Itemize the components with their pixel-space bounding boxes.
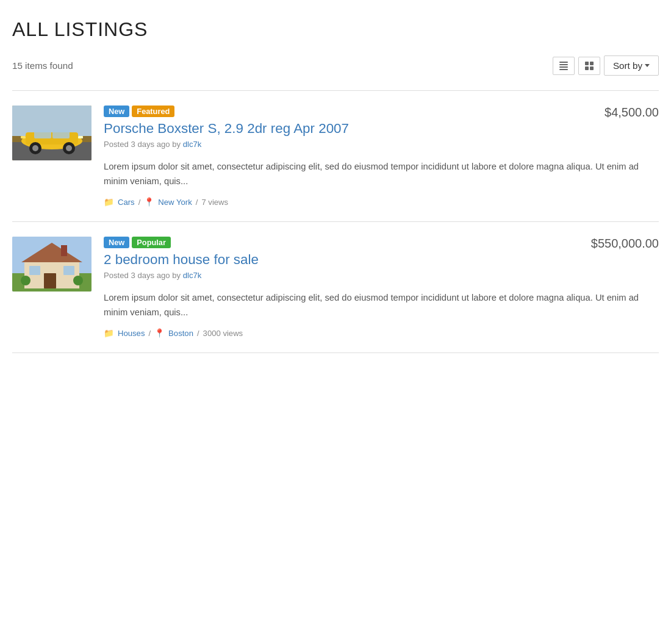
svg-point-11 xyxy=(66,145,72,151)
svg-rect-2 xyxy=(12,106,92,136)
listing-meta: Posted 3 days ago by dlc7k xyxy=(104,271,579,280)
listing-title[interactable]: 2 bedroom house for sale xyxy=(104,251,579,268)
list-view-button[interactable] xyxy=(553,57,575,75)
listing-category-link[interactable]: Cars xyxy=(118,198,135,207)
svg-rect-13 xyxy=(21,136,26,138)
listing-views: 7 views xyxy=(201,198,228,207)
listing-badges: NewFeatured xyxy=(104,106,174,117)
listing-title[interactable]: Porsche Boxster S, 2.9 2dr reg Apr 2007 xyxy=(104,120,592,137)
listing-price: $4,500.00 xyxy=(605,106,659,120)
svg-rect-7 xyxy=(52,130,70,138)
svg-rect-18 xyxy=(44,273,56,288)
listing-location-link[interactable]: New York xyxy=(158,198,192,207)
listing-author-link[interactable]: dlc7k xyxy=(183,271,202,280)
listing-thumbnail xyxy=(12,237,92,292)
svg-rect-20 xyxy=(63,266,74,275)
list-item: NewPopular 2 bedroom house for sale Post… xyxy=(12,222,659,353)
items-found: 15 items found xyxy=(12,60,73,71)
pin-icon: 📍 xyxy=(144,197,154,207)
badge-new: New xyxy=(104,106,129,117)
sort-by-label: Sort by xyxy=(613,60,642,71)
badge-featured: Featured xyxy=(132,106,174,117)
folder-icon: 📁 xyxy=(104,197,114,207)
listing-category-link[interactable]: Houses xyxy=(118,329,145,338)
listing-price: $550,000.00 xyxy=(591,237,659,251)
svg-point-22 xyxy=(73,276,83,285)
listing-title-area: NewFeatured Porsche Boxster S, 2.9 2dr r… xyxy=(104,106,592,156)
folder-icon: 📁 xyxy=(104,328,114,338)
svg-rect-19 xyxy=(29,266,40,275)
list-icon xyxy=(559,62,568,70)
listing-footer: 📁 Houses / 📍 Boston / 3000 views xyxy=(104,328,659,338)
sort-caret-icon xyxy=(645,64,650,67)
listing-title-link[interactable]: 2 bedroom house for sale xyxy=(104,252,259,267)
listing-location-link[interactable]: Boston xyxy=(168,329,193,338)
grid-icon xyxy=(585,62,594,70)
badge-popular: Popular xyxy=(132,237,171,248)
listing-description: Lorem ipsum dolor sit amet, consectetur … xyxy=(104,291,659,320)
listing-thumbnail xyxy=(12,106,92,160)
listing-details: NewFeatured Porsche Boxster S, 2.9 2dr r… xyxy=(104,106,659,207)
listing-badges: NewPopular xyxy=(104,237,171,248)
grid-view-button[interactable] xyxy=(578,57,600,75)
list-item: NewFeatured Porsche Boxster S, 2.9 2dr r… xyxy=(12,91,659,222)
pin-icon: 📍 xyxy=(154,328,165,338)
svg-point-9 xyxy=(32,145,38,151)
view-controls: Sort by xyxy=(553,55,659,76)
listing-description: Lorem ipsum dolor sit amet, consectetur … xyxy=(104,160,659,188)
listing-views: 3000 views xyxy=(203,329,243,338)
sort-by-button[interactable]: Sort by xyxy=(604,55,659,76)
svg-point-21 xyxy=(21,276,30,285)
listing-footer: 📁 Cars / 📍 New York / 7 views xyxy=(104,197,659,207)
listing-meta: Posted 3 days ago by dlc7k xyxy=(104,140,592,149)
listing-details: NewPopular 2 bedroom house for sale Post… xyxy=(104,237,659,338)
listing-header: NewFeatured Porsche Boxster S, 2.9 2dr r… xyxy=(104,106,659,156)
listings-list: NewFeatured Porsche Boxster S, 2.9 2dr r… xyxy=(12,91,659,353)
listing-title-link[interactable]: Porsche Boxster S, 2.9 2dr reg Apr 2007 xyxy=(104,121,349,136)
svg-rect-6 xyxy=(34,130,51,138)
page-title: ALL LISTINGS xyxy=(12,18,659,41)
listing-title-area: NewPopular 2 bedroom house for sale Post… xyxy=(104,237,579,287)
badge-new: New xyxy=(104,237,129,248)
svg-rect-23 xyxy=(61,245,67,256)
toolbar: 15 items found Sort by xyxy=(12,55,659,80)
listing-author-link[interactable]: dlc7k xyxy=(183,140,202,149)
svg-rect-12 xyxy=(78,136,83,138)
listing-header: NewPopular 2 bedroom house for sale Post… xyxy=(104,237,659,287)
